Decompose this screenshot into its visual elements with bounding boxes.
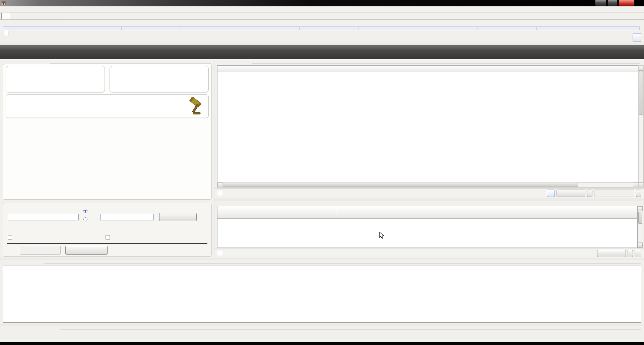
maximize-button[interactable] (607, 0, 618, 6)
pregoes-refresh-row (4, 31, 10, 35)
close-button[interactable] (619, 0, 635, 6)
pregoes-list-grid[interactable] (3, 26, 640, 30)
config-panel (3, 203, 212, 257)
section-rule (250, 204, 639, 204)
mouse-cursor (379, 232, 385, 239)
scroll-thumb[interactable] (223, 183, 578, 187)
section-rule (50, 63, 211, 64)
config-divider (7, 243, 207, 244)
messages-refresh-checkbox[interactable] (218, 251, 222, 255)
messages-options-caret[interactable] (628, 250, 633, 257)
messages-toolbar (214, 249, 644, 257)
pregao-logs-box (3, 266, 641, 323)
messages-col-who[interactable] (217, 206, 337, 218)
section-rule (60, 329, 641, 330)
window-controls (595, 0, 635, 6)
section-rule (44, 263, 641, 264)
items-refresh-checkbox[interactable] (218, 191, 222, 195)
define-item-button[interactable] (159, 213, 197, 221)
random-closing-row (8, 235, 14, 239)
system-logs-box (3, 332, 641, 342)
messages-refresh-row (218, 251, 224, 255)
losing-bid-checkbox[interactable] (106, 235, 110, 239)
currency-radio[interactable] (83, 209, 87, 213)
messages-toolbar-buttons (597, 250, 641, 257)
menu-bar (0, 6, 644, 13)
items-toolbar (214, 188, 644, 198)
scroll-left-icon[interactable] (217, 183, 222, 187)
messages-refresh-button[interactable] (635, 250, 641, 257)
messages-col-msg[interactable] (337, 206, 637, 218)
scroll-right-icon[interactable] (633, 183, 638, 187)
items-options-button[interactable] (557, 190, 585, 197)
pregao-tab-strip (0, 45, 644, 59)
items-table-header (217, 66, 638, 72)
best-bid-card (6, 66, 105, 92)
current-item-label (8, 224, 10, 229)
splitter-handle[interactable] (0, 43, 644, 45)
min-value-input[interactable] (8, 214, 79, 220)
messages-vscrollbar[interactable] (638, 206, 643, 248)
section-rule (252, 63, 640, 64)
stop-button[interactable] (65, 246, 108, 255)
items-filter-select[interactable] (594, 190, 634, 197)
status-card (6, 94, 209, 118)
messages-options-button[interactable] (597, 250, 626, 257)
app-window (0, 0, 644, 345)
scroll-up-icon[interactable] (639, 66, 643, 71)
scroll-down-icon[interactable] (638, 243, 643, 248)
items-table (217, 65, 638, 182)
window-bottom-edge (0, 342, 644, 345)
section-rule (61, 23, 641, 23)
details-panel (3, 64, 212, 200)
messages-table-header (217, 206, 637, 219)
random-closing-checkbox[interactable] (8, 235, 12, 239)
losing-bid-row (106, 235, 112, 239)
tab-sistema-comprasnet[interactable] (1, 13, 10, 20)
pregoes-refresh-button[interactable] (633, 33, 641, 42)
app-icon (2, 1, 6, 5)
items-vscrollbar[interactable] (638, 65, 644, 188)
items-options-caret[interactable] (587, 190, 592, 197)
grid-view-icon[interactable] (547, 190, 555, 197)
splitter-handle[interactable] (0, 324, 644, 326)
title-bar[interactable] (0, 0, 644, 6)
splitter-handle[interactable] (214, 198, 644, 201)
tab-row-divider (0, 19, 644, 20)
scroll-up-icon[interactable] (638, 206, 643, 211)
gavel-icon (187, 97, 204, 116)
discount-input[interactable] (100, 214, 154, 220)
scroll-down-icon[interactable] (639, 182, 643, 187)
column-divider (214, 60, 214, 257)
items-hscrollbar[interactable] (217, 182, 638, 188)
scroll-thumb[interactable] (639, 71, 643, 115)
splitter-handle[interactable] (0, 258, 644, 260)
messages-table (217, 206, 638, 248)
items-toolbar-buttons (547, 190, 641, 197)
items-refresh-row (218, 191, 224, 195)
items-table-body (217, 72, 638, 182)
pregoes-refresh-checkbox[interactable] (4, 31, 8, 35)
percent-radio[interactable] (83, 217, 87, 221)
last-bid-card (110, 66, 209, 92)
items-extra-button[interactable] (636, 190, 641, 197)
start-button[interactable] (20, 246, 61, 255)
minimize-button[interactable] (595, 0, 606, 6)
scroll-thumb[interactable] (638, 212, 642, 224)
system-tab-row (0, 13, 644, 20)
